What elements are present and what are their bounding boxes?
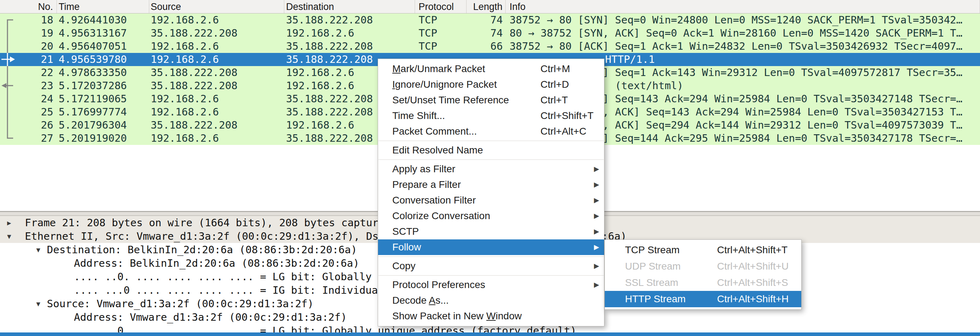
cell-no: 26: [0, 119, 57, 132]
detail-text: Source: Vmware_d1:3a:2f (00:0c:29:d1:3a:…: [47, 297, 314, 311]
menu-separator: [379, 275, 604, 276]
shortcut-label: Ctrl+Alt+Shift+U: [717, 258, 789, 274]
shortcut-label: Ctrl+Alt+Shift+S: [717, 274, 788, 291]
cell-protocol: TCP: [415, 14, 466, 27]
packet-list-header: No. Time Source Destination Protocol Len…: [0, 0, 980, 14]
packet-context-menu: Mark/Unmark Packet Ctrl+M Ignore/Unignor…: [378, 59, 605, 326]
menu-separator: [379, 160, 604, 160]
menu-item-conversation-filter[interactable]: Conversation Filter ▶: [378, 192, 604, 208]
menu-item-colorize-conversation[interactable]: Colorize Conversation ▶: [378, 208, 604, 224]
column-header-source[interactable]: Source: [149, 0, 284, 13]
cell-no: 18: [0, 14, 57, 27]
cell-length: 74: [466, 14, 506, 27]
cell-source: 192.168.2.6: [149, 53, 284, 66]
cell-time: 4.956313167: [57, 27, 149, 40]
cell-no: 24: [0, 92, 57, 106]
shortcut-label: Ctrl+Alt+Shift+H: [717, 291, 789, 307]
cell-source: 35.188.222.208: [149, 119, 284, 132]
submenu-arrow-icon: ▶: [594, 177, 599, 192]
column-header-destination[interactable]: Destination: [284, 0, 415, 13]
menu-item-show-packet-in-new-window[interactable]: Show Packet in New Window: [378, 308, 604, 324]
expander-expanded-icon[interactable]: ▼: [36, 297, 40, 311]
bytes-pane-selection-bar: [0, 333, 980, 336]
cell-length: 74: [466, 27, 506, 40]
cell-no: 21: [0, 53, 57, 66]
cell-time: 4.978633350: [57, 66, 149, 79]
shortcut-label: Ctrl+T: [541, 92, 568, 108]
column-header-length[interactable]: Length: [466, 0, 506, 13]
detail-text: Address: BelkinIn_2d:20:6a (08:86:3b:2d:…: [74, 257, 359, 270]
menu-item-packet-comment[interactable]: Packet Comment... Ctrl+Alt+C: [378, 124, 604, 139]
packet-row-19[interactable]: 19 4.956313167 35.188.222.208 192.168.2.…: [0, 27, 980, 40]
cell-time: 4.956407051: [57, 40, 149, 53]
expander-expanded-icon[interactable]: ▼: [36, 243, 40, 257]
packet-row-20[interactable]: 20 4.956407051 192.168.2.6 35.188.222.20…: [0, 40, 980, 53]
menu-item-edit-resolved-name[interactable]: Edit Resolved Name: [378, 143, 604, 158]
menu-separator: [379, 257, 604, 257]
menu-item-ignore-unignore-packet[interactable]: Ignore/Unignore Packet Ctrl+D: [378, 77, 604, 92]
cell-protocol: TCP: [415, 27, 466, 40]
cell-source: 192.168.2.6: [149, 132, 284, 145]
packet-row-18[interactable]: 18 4.926441030 192.168.2.6 35.188.222.20…: [0, 14, 980, 27]
submenu-arrow-icon: ▶: [594, 239, 599, 255]
cell-info: 38752 → 80 [SYN] Seq=0 Win=24800 Len=0 M…: [506, 14, 980, 27]
submenu-arrow-icon: ▶: [594, 161, 599, 177]
cell-no: 22: [0, 66, 57, 79]
submenu-item-tcp-stream[interactable]: TCP Stream Ctrl+Alt+Shift+T: [605, 242, 801, 258]
cell-destination: 35.188.222.208: [284, 40, 415, 53]
cell-time: 5.172037286: [57, 79, 149, 92]
shortcut-label: Ctrl+Alt+Shift+T: [717, 242, 788, 258]
cell-info: 80 → 38752 [SYN, ACK] Seq=0 Ack=1 Win=28…: [506, 27, 980, 40]
menu-item-mark-unmark-packet[interactable]: Mark/Unmark Packet Ctrl+M: [378, 61, 604, 77]
submenu-arrow-icon: ▶: [594, 208, 599, 224]
menu-item-prepare-a-filter[interactable]: Prepare a Filter ▶: [378, 177, 604, 192]
column-header-no[interactable]: No.: [0, 0, 57, 13]
cell-no: 20: [0, 40, 57, 53]
cell-time: 5.201796304: [57, 119, 149, 132]
cell-no: 27: [0, 132, 57, 145]
follow-submenu: TCP Stream Ctrl+Alt+Shift+T UDP Stream C…: [605, 239, 802, 310]
cell-source: 35.188.222.208: [149, 79, 284, 92]
menu-item-protocol-preferences[interactable]: Protocol Preferences ▶: [378, 277, 604, 293]
cell-time: 4.926441030: [57, 14, 149, 27]
menu-item-follow[interactable]: Follow ▶: [378, 239, 604, 255]
cell-destination: 192.168.2.6: [284, 27, 415, 40]
cell-no: 23: [0, 79, 57, 92]
column-header-time[interactable]: Time: [57, 0, 149, 13]
shortcut-label: Ctrl+Shift+T: [541, 108, 593, 124]
cell-source: 35.188.222.208: [149, 27, 284, 40]
cell-length: 66: [466, 40, 506, 53]
expander-expanded-icon[interactable]: ▼: [7, 230, 11, 243]
menu-item-set-unset-time-reference[interactable]: Set/Unset Time Reference Ctrl+T: [378, 92, 604, 108]
detail-text: Destination: BelkinIn_2d:20:6a (08:86:3b…: [47, 243, 357, 257]
submenu-arrow-icon: ▶: [594, 277, 599, 293]
menu-item-time-shift[interactable]: Time Shift... Ctrl+Shift+T: [378, 108, 604, 124]
cell-time: 4.956539780: [57, 53, 149, 66]
menu-item-copy[interactable]: Copy ▶: [378, 258, 604, 274]
cell-source: 192.168.2.6: [149, 14, 284, 27]
menu-item-apply-as-filter[interactable]: Apply as Filter ▶: [378, 161, 604, 177]
cell-time: 5.201919020: [57, 132, 149, 145]
submenu-arrow-icon: ▶: [594, 192, 599, 208]
cell-no: 19: [0, 27, 57, 40]
cell-source: 192.168.2.6: [149, 106, 284, 119]
detail-text: Address: Vmware_d1:3a:2f (00:0c:29:d1:3a…: [74, 311, 347, 324]
shortcut-label: Ctrl+M: [541, 61, 570, 77]
submenu-item-http-stream[interactable]: HTTP Stream Ctrl+Alt+Shift+H: [605, 291, 801, 307]
submenu-arrow-icon: ▶: [594, 224, 599, 239]
expander-collapsed-icon[interactable]: ▶: [7, 216, 11, 230]
submenu-item-udp-stream: UDP Stream Ctrl+Alt+Shift+U: [605, 258, 801, 274]
shortcut-label: Ctrl+Alt+C: [541, 124, 586, 139]
cell-source: 35.188.222.208: [149, 66, 284, 79]
cell-protocol: TCP: [415, 40, 466, 53]
column-header-info[interactable]: Info: [506, 0, 980, 13]
menu-item-sctp[interactable]: SCTP ▶: [378, 224, 604, 239]
submenu-arrow-icon: ▶: [594, 258, 599, 274]
column-header-protocol[interactable]: Protocol: [415, 0, 466, 13]
menu-item-decode-as[interactable]: Decode As...: [378, 293, 604, 308]
submenu-item-ssl-stream: SSL Stream Ctrl+Alt+Shift+S: [605, 274, 801, 291]
cell-time: 5.172119065: [57, 92, 149, 106]
cell-no: 25: [0, 106, 57, 119]
cell-destination: 35.188.222.208: [284, 14, 415, 27]
shortcut-label: Ctrl+D: [541, 77, 569, 92]
